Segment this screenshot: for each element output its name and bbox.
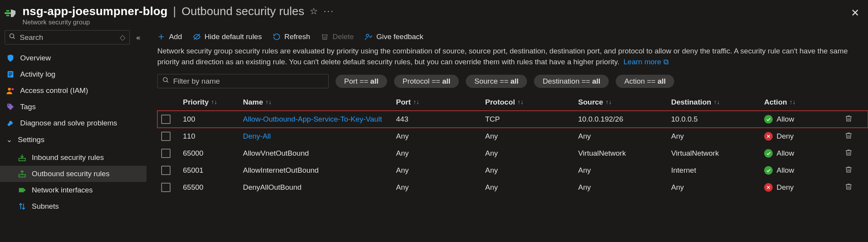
cell-source: VirtualNetwork: [578, 149, 671, 158]
filter-name-input[interactable]: [173, 77, 324, 86]
cell-action: Deny: [764, 183, 845, 192]
cell-port: 443: [396, 115, 485, 124]
col-action[interactable]: Action↑↓: [764, 98, 845, 106]
rule-name: DenyAllOutBound: [243, 183, 301, 191]
cell-destination: Internet: [671, 166, 764, 175]
svg-point-1: [10, 34, 14, 38]
nic-icon: [18, 186, 26, 194]
cell-protocol: Any: [485, 132, 578, 141]
learn-more-link[interactable]: Learn more ⧉: [623, 58, 668, 66]
sidebar-item-label: Access control (IAM): [20, 86, 88, 95]
rule-name-link[interactable]: Allow-Outbound-App-Service-To-Key-Vault: [243, 115, 382, 123]
cell-priority: 100: [183, 115, 243, 124]
col-name[interactable]: Name↑↓: [243, 98, 396, 106]
filter-pill-destination[interactable]: Destination == all: [534, 75, 609, 88]
table-row: 65000AllowVnetOutBoundAnyAnyVirtualNetwo…: [157, 145, 868, 162]
hide-default-rules-button[interactable]: Hide default rules: [193, 33, 262, 41]
sidebar-item-network-interfaces[interactable]: Network interfaces: [0, 182, 146, 198]
resource-name: nsg-app-joesumpner-blog: [22, 5, 168, 18]
content: Add Hide default rules Refresh Delete Gi…: [146, 29, 868, 242]
favorite-star-icon[interactable]: ☆: [310, 6, 318, 17]
refresh-button[interactable]: Refresh: [273, 33, 310, 41]
refresh-label: Refresh: [284, 33, 310, 41]
delete-row-icon[interactable]: [845, 115, 868, 124]
cell-source: Any: [578, 183, 671, 192]
svg-rect-12: [19, 188, 24, 192]
svg-point-20: [163, 77, 167, 82]
svg-point-7: [8, 88, 11, 91]
add-button[interactable]: Add: [157, 33, 182, 41]
sort-icon: ↑↓: [211, 99, 217, 106]
cell-action: Allow: [764, 115, 845, 124]
nsg-icon: [5, 7, 17, 19]
col-priority[interactable]: Priority↑↓: [183, 98, 243, 106]
close-icon[interactable]: ✕: [851, 7, 859, 19]
more-icon[interactable]: ···: [324, 6, 334, 16]
rule-name: AllowInternetOutBound: [243, 166, 319, 174]
svg-rect-10: [19, 158, 26, 161]
sidebar: ◇ « OverviewActivity logAccess control (…: [0, 29, 146, 242]
delete-button: Delete: [321, 33, 354, 41]
row-checkbox[interactable]: [161, 132, 170, 141]
delete-row-icon[interactable]: [845, 183, 868, 192]
delete-row-icon[interactable]: [845, 149, 868, 158]
svg-line-2: [13, 37, 15, 39]
sort-icon: ↑↓: [517, 99, 524, 106]
filter-pill-action[interactable]: Action == all: [616, 75, 674, 88]
sidebar-item-outbound-security-rules[interactable]: Outbound security rules: [0, 166, 146, 182]
feedback-button[interactable]: Give feedback: [365, 33, 423, 41]
filter-name-box[interactable]: [157, 74, 329, 88]
pill-label: Source ==: [474, 77, 510, 85]
cell-source: 10.0.0.192/26: [578, 115, 671, 124]
delete-label: Delete: [332, 33, 354, 41]
row-checkbox[interactable]: [161, 183, 170, 192]
sidebar-item-label: Outbound security rules: [32, 170, 110, 178]
row-checkbox[interactable]: [161, 166, 170, 175]
filter-pill-protocol[interactable]: Protocol == all: [394, 75, 459, 88]
sidebar-item-access-control-iam-[interactable]: Access control (IAM): [0, 82, 146, 99]
col-source[interactable]: Source↑↓: [578, 98, 671, 106]
sidebar-item-diagnose-and-solve-problems[interactable]: Diagnose and solve problems: [0, 115, 146, 131]
sidebar-search-input[interactable]: [20, 33, 116, 42]
filter-pill-port[interactable]: Port == all: [336, 75, 387, 88]
sidebar-item-label: Network interfaces: [32, 186, 93, 194]
sidebar-item-activity-log[interactable]: Activity log: [0, 66, 146, 82]
filters: Port == allProtocol == allSource == allD…: [157, 74, 868, 88]
sidebar-search[interactable]: ◇: [5, 30, 130, 45]
search-scope-icon[interactable]: ◇: [120, 33, 126, 42]
cell-port: Any: [396, 166, 485, 175]
row-checkbox[interactable]: [161, 149, 170, 158]
col-port[interactable]: Port↑↓: [396, 98, 485, 106]
shield-icon: [6, 54, 15, 62]
sidebar-item-label: Tags: [20, 103, 36, 111]
cell-destination: 10.0.0.5: [671, 115, 764, 124]
col-destination[interactable]: Destination↑↓: [671, 98, 764, 106]
sidebar-item-subnets[interactable]: Subnets: [0, 198, 146, 215]
svg-point-8: [12, 88, 14, 91]
sidebar-item-overview[interactable]: Overview: [0, 50, 146, 66]
description-text: Network security group security rules ar…: [157, 47, 848, 66]
sidebar-section-settings[interactable]: ⌄ Settings: [0, 131, 146, 148]
svg-rect-13: [24, 189, 26, 191]
toolbar: Add Hide default rules Refresh Delete Gi…: [157, 29, 868, 46]
svg-line-21: [167, 81, 168, 82]
sidebar-item-label: Diagnose and solve problems: [20, 119, 117, 127]
table-header: Priority↑↓ Name↑↓ Port↑↓ Protocol↑↓ Sour…: [157, 94, 868, 111]
sidebar-item-tags[interactable]: Tags: [0, 99, 146, 115]
add-label: Add: [169, 33, 182, 41]
filter-pill-source[interactable]: Source == all: [466, 75, 527, 88]
cell-port: Any: [396, 149, 485, 158]
sort-icon: ↑↓: [713, 99, 720, 106]
pill-value: all: [370, 77, 379, 85]
col-protocol[interactable]: Protocol↑↓: [485, 98, 578, 106]
collapse-sidebar-icon[interactable]: «: [134, 33, 143, 42]
rule-name-link[interactable]: Deny-All: [243, 132, 271, 140]
rules-table: Priority↑↓ Name↑↓ Port↑↓ Protocol↑↓ Sour…: [157, 94, 868, 196]
sidebar-item-inbound-security-rules[interactable]: Inbound security rules: [0, 149, 146, 166]
allow-icon: [764, 166, 773, 175]
delete-row-icon[interactable]: [845, 132, 868, 141]
row-checkbox[interactable]: [161, 115, 170, 124]
wrench-icon: [6, 119, 15, 127]
cell-port: Any: [396, 132, 485, 141]
delete-row-icon[interactable]: [845, 166, 868, 175]
